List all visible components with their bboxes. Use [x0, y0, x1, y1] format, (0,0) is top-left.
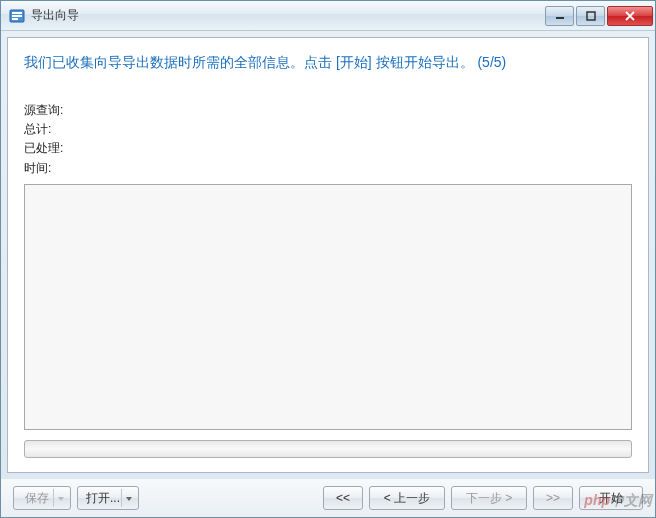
close-icon [625, 11, 635, 21]
app-icon [9, 8, 25, 24]
minimize-icon [555, 11, 565, 21]
maximize-button[interactable] [576, 6, 605, 26]
open-button[interactable]: 打开... [77, 486, 139, 510]
last-step-button[interactable]: >> [533, 486, 573, 510]
maximize-icon [586, 11, 596, 21]
save-label: 保存 [25, 490, 49, 507]
first-step-button[interactable]: << [323, 486, 363, 510]
time-label: 时间: [24, 159, 51, 178]
log-textarea[interactable] [24, 184, 632, 430]
next-step-button[interactable]: 下一步 > [451, 486, 527, 510]
stats-block: 源查询: 总计: 已处理: 时间: [24, 101, 632, 178]
total-label: 总计: [24, 120, 51, 139]
source-query-label: 源查询: [24, 101, 63, 120]
svg-rect-2 [12, 15, 22, 17]
prev-label: < 上一步 [384, 490, 430, 507]
instruction-text: 我们已收集向导导出数据时所需的全部信息。点击 [开始] 按钮开始导出。 (5/5… [24, 52, 632, 73]
prev-step-button[interactable]: < 上一步 [369, 486, 445, 510]
first-label: << [336, 491, 350, 505]
window-controls [543, 6, 653, 26]
svg-rect-4 [556, 17, 564, 19]
content-panel: 我们已收集向导导出数据时所需的全部信息。点击 [开始] 按钮开始导出。 (5/5… [7, 37, 649, 473]
export-wizard-window: 导出向导 我们已收集向导导出数据时所需的全部信息。点击 [开始] 按钮开始导出。… [0, 0, 656, 518]
svg-rect-3 [12, 18, 18, 20]
next-label: 下一步 > [466, 490, 512, 507]
start-label: 开始 [599, 490, 623, 507]
minimize-button[interactable] [545, 6, 574, 26]
progress-bar [24, 440, 632, 458]
save-button[interactable]: 保存 [13, 486, 71, 510]
start-button[interactable]: 开始 [579, 486, 643, 510]
footer-toolbar: 保存 打开... << < 上一步 下一步 > >> 开始 [1, 479, 655, 517]
processed-label: 已处理: [24, 139, 63, 158]
svg-rect-1 [12, 12, 22, 14]
titlebar[interactable]: 导出向导 [1, 1, 655, 31]
close-button[interactable] [607, 6, 653, 26]
svg-rect-5 [587, 12, 595, 20]
last-label: >> [546, 491, 560, 505]
window-title: 导出向导 [31, 7, 543, 24]
open-label: 打开... [86, 490, 120, 507]
